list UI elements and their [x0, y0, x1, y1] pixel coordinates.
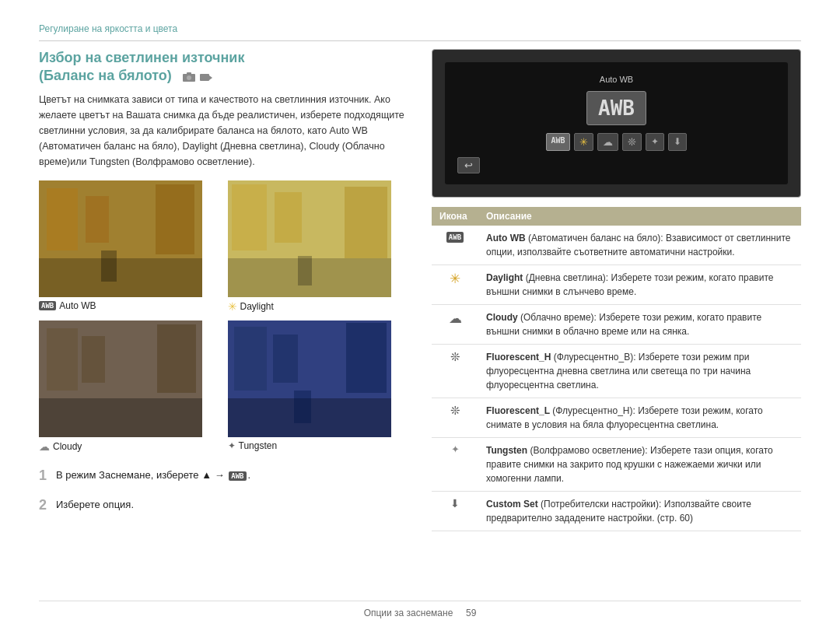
scene-cloudy — [39, 321, 202, 437]
desc-suffix-0: (Автоматичен баланс на бяло): — [526, 233, 663, 243]
table-desc-2: Cloudy (Облачно време): Изберете този ре… — [478, 305, 801, 345]
svg-rect-2 — [187, 72, 191, 75]
wb-option-fluoh[interactable]: ❊ — [622, 133, 642, 151]
step2-num: 2 — [39, 492, 51, 518]
table-icon-2: ☁ — [432, 305, 478, 345]
label-cloudy: ☁ Cloudy — [39, 440, 220, 453]
step1-badge: AWB — [229, 471, 246, 481]
table-desc-6: Custom Set (Потребителски настройки): Из… — [478, 492, 801, 531]
table-icon-1: ✳ — [432, 265, 478, 305]
content-area: Избор на светлинен източник (Баланс на б… — [39, 49, 801, 531]
awb-display: AWB — [586, 91, 646, 125]
icon-sun: ✳ — [450, 271, 460, 286]
icon-cloud: ☁ — [449, 311, 462, 326]
table-row: ❊Fluorescent_H (Флуресцентно_В): Изберет… — [432, 345, 801, 398]
wb-option-fluol[interactable]: ✦ — [646, 133, 664, 151]
camera-ui-preview: Auto WB AWB AWB ✳ ☁ ❊ — [432, 49, 801, 198]
left-column: Избор на светлинен източник (Баланс на б… — [39, 49, 408, 531]
table-desc-3: Fluorescent_H (Флуресцентно_В): Изберете… — [478, 345, 801, 398]
desc-title-1: Daylight — [486, 272, 523, 283]
auto-wb-label: Auto WB — [600, 75, 633, 84]
step2-text: Изберете опция. — [56, 496, 134, 515]
wb-option-cloud[interactable]: ☁ — [597, 133, 618, 151]
camera-still-icon — [182, 72, 196, 82]
autowb-badge: AWB — [39, 301, 56, 310]
desc-title-5: Tungsten — [486, 445, 527, 456]
footer-text: Опции за заснемане — [364, 608, 453, 618]
icon-awb-badge: AWB — [446, 232, 464, 243]
footer-page: 59 — [466, 608, 476, 618]
sun-icon: ✳ — [228, 300, 237, 313]
desc-title-2: Cloudy — [486, 312, 518, 323]
step1-text: В режим Заснемане, изберете ▲ → AWB. — [56, 466, 250, 485]
svg-marker-4 — [209, 75, 212, 80]
right-column: Auto WB AWB AWB ✳ ☁ ❊ — [432, 49, 801, 531]
step1-num: 1 — [39, 462, 51, 489]
desc-title-0: Auto WB — [486, 233, 526, 243]
scene-warm — [39, 180, 202, 297]
table-desc-4: Fluorescent_L (Флуресцентно_Н): Изберете… — [478, 398, 801, 438]
description-table: Икона Описание AWBAuto WB (Автоматичен б… — [432, 207, 801, 531]
image-grid: AWB Auto WB ✳ Daylight — [39, 180, 408, 453]
table-row: ⬇Custom Set (Потребителски настройки): И… — [432, 492, 801, 531]
back-button-row: ↩ — [457, 157, 775, 173]
desc-suffix-3: (Флуресцентно_В): Изберете този — [551, 352, 700, 363]
step-2: 2 Изберете опция. — [39, 492, 408, 518]
wb-option-awb[interactable]: AWB — [546, 133, 569, 151]
desc-suffix-4: (Флуресцентно_Н): Изберете — [550, 405, 679, 416]
cloudy-label-text: Cloudy — [53, 441, 82, 452]
svg-point-1 — [187, 75, 191, 80]
back-button[interactable]: ↩ — [457, 157, 480, 173]
desc-title-6: Custom Set — [486, 499, 538, 510]
desc-suffix-2: (Облачно време): Изберете този режим, — [518, 312, 695, 323]
step-1: 1 В режим Заснемане, изберете ▲ → AWB. — [39, 462, 408, 489]
scene-day — [228, 180, 391, 297]
title-icons — [182, 72, 213, 82]
camera-video-icon — [199, 72, 213, 82]
table-icon-4: ❊ — [432, 398, 478, 438]
table-icon-0: AWB — [432, 226, 478, 265]
desc-title-4: Fluorescent_L — [486, 405, 550, 416]
table-row: ✦Tungsten (Волфрамово осветление): Избер… — [432, 438, 801, 492]
wb-options-row: AWB ✳ ☁ ❊ ✦ ⬇ — [457, 133, 775, 151]
image-daylight: ✳ Daylight — [228, 180, 409, 313]
svg-rect-3 — [200, 74, 209, 81]
title-line1: Избор на светлинен източник — [39, 50, 244, 65]
table-desc-0: Auto WB (Автоматичен баланс на бяло): Вз… — [478, 226, 801, 265]
icon-tungsten: ✦ — [451, 443, 460, 455]
icon-fluoh: ❊ — [450, 350, 460, 363]
icon-custom: ⬇ — [450, 497, 460, 510]
table-row: ✳Daylight (Дневна светлина): Изберете то… — [432, 265, 801, 305]
label-tungsten: ✦ Tungsten — [228, 440, 409, 451]
table-row: ❊Fluorescent_L (Флуресцентно_Н): Изберет… — [432, 398, 801, 438]
tungsten-icon: ✦ — [228, 440, 236, 451]
scene-blue — [228, 321, 391, 437]
table-row: AWBAuto WB (Автоматичен баланс на бяло):… — [432, 226, 801, 265]
label-autowb: AWB Auto WB — [39, 300, 220, 311]
tungsten-label-text: Tungsten — [239, 440, 278, 451]
table-icon-3: ❊ — [432, 345, 478, 398]
image-cloudy: ☁ Cloudy — [39, 321, 220, 453]
col-desc: Описание — [478, 207, 801, 226]
col-icon: Икона — [432, 207, 478, 226]
title-line2: (Баланс на бялото) — [39, 68, 172, 83]
table-icon-5: ✦ — [432, 438, 478, 492]
wb-option-custom[interactable]: ⬇ — [668, 133, 687, 151]
desc-suffix-5: (Волфрамово осветление): Изберете тази — [527, 445, 712, 456]
image-tungsten: ✦ Tungsten — [228, 321, 409, 453]
image-autowb: AWB Auto WB — [39, 180, 220, 313]
steps: 1 В режим Заснемане, изберете ▲ → AWB. 2… — [39, 462, 408, 518]
desc-suffix-6: (Потребителски настройки): — [538, 499, 662, 510]
desc-suffix-1: (Дневна светлина): Изберете този режим, — [523, 272, 706, 283]
table-desc-1: Daylight (Дневна светлина): Изберете тоз… — [478, 265, 801, 305]
daylight-label-text: Daylight — [240, 301, 274, 312]
table-icon-6: ⬇ — [432, 492, 478, 531]
icon-fluol: ❊ — [450, 404, 460, 417]
page-footer: Опции за заснемане 59 — [39, 601, 801, 618]
table-row: ☁Cloudy (Облачно време): Изберете този р… — [432, 305, 801, 345]
wb-option-sun[interactable]: ✳ — [574, 133, 593, 151]
section-title: Избор на светлинен източник (Баланс на б… — [39, 49, 408, 86]
description-text: Цветът на снимката зависи от типа и каче… — [39, 92, 408, 170]
label-daylight: ✳ Daylight — [228, 300, 409, 313]
cloud-icon: ☁ — [39, 440, 50, 453]
